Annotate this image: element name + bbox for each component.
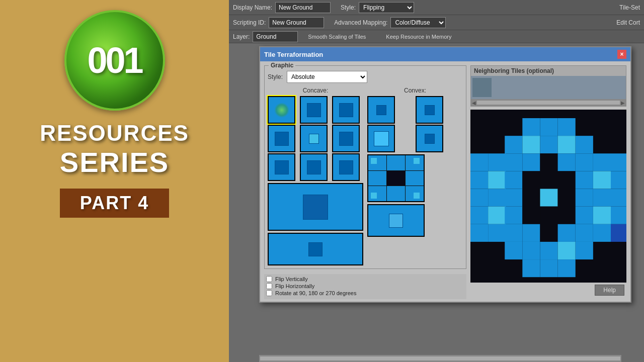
svg-rect-47 — [611, 189, 626, 207]
keep-resource-label: Keep Resource in Memory — [386, 34, 451, 40]
rotate-label: Rotate at 90, 180 or 270 degrees — [275, 290, 356, 296]
svg-rect-25 — [540, 153, 557, 171]
svg-rect-33 — [522, 171, 540, 189]
scroll-track[interactable] — [477, 101, 620, 105]
display-name-label: Display Name: — [233, 4, 272, 11]
neighboring-header: Neighboring Tiles (optional) — [471, 66, 626, 76]
svg-rect-57 — [470, 224, 488, 242]
tile-cell-bottom[interactable] — [268, 233, 363, 265]
svg-rect-61 — [540, 224, 557, 242]
convex-2x2-grid[interactable] — [367, 96, 463, 152]
concave-3x3-grid[interactable] — [268, 96, 363, 181]
tile-cell[interactable] — [300, 96, 328, 124]
svg-rect-68 — [540, 242, 557, 259]
tile-cell-convex-bottom[interactable] — [367, 204, 425, 237]
svg-rect-41 — [505, 189, 522, 207]
svg-rect-18 — [540, 136, 557, 153]
tile-cell[interactable] — [332, 153, 360, 181]
display-name-field: Display Name: — [233, 2, 331, 13]
svg-rect-28 — [593, 153, 611, 171]
svg-rect-5 — [406, 171, 424, 186]
tile-cell[interactable] — [416, 125, 443, 152]
main-scroll-track[interactable] — [260, 356, 620, 360]
adv-mapping-select[interactable]: Color/Diffuse — [390, 17, 446, 28]
scroll-left-arrow[interactable]: ◀ — [472, 100, 476, 106]
graphic-style-select[interactable]: Absolute — [287, 71, 367, 83]
large-tile-preview — [470, 110, 626, 283]
tile-cell[interactable] — [367, 96, 395, 124]
flip-horizontally-checkbox[interactable] — [266, 283, 272, 289]
tile-cell[interactable] — [300, 125, 328, 152]
resources-label: RESOURCES — [40, 121, 189, 146]
svg-rect-53 — [558, 207, 576, 224]
neighboring-scrollbar[interactable]: ◀ ▶ — [471, 99, 626, 106]
svg-rect-21 — [470, 153, 488, 171]
svg-rect-52 — [540, 207, 557, 224]
tile-cell[interactable] — [300, 153, 328, 181]
svg-rect-35 — [558, 171, 576, 189]
svg-rect-59 — [505, 224, 522, 242]
left-panel: 001 RESOURCES SERIES PART 4 — [0, 0, 229, 362]
adv-mapping-label: Advanced Mapping: — [334, 19, 387, 26]
flip-horizontally-row[interactable]: Flip Horizontally — [266, 283, 464, 289]
svg-rect-48 — [470, 207, 488, 224]
graphic-style-row: Style: Absolute — [268, 71, 463, 83]
series-label: SERIES — [60, 146, 169, 178]
concave-header: Concave: — [268, 87, 363, 94]
svg-rect-56 — [611, 207, 626, 224]
svg-rect-4 — [387, 171, 405, 186]
svg-rect-17 — [522, 136, 540, 153]
tile-cell-large[interactable] — [268, 183, 363, 231]
graphic-style-label: Style: — [268, 73, 283, 80]
display-name-input[interactable] — [275, 2, 331, 13]
tile-cell[interactable] — [416, 96, 443, 124]
svg-rect-22 — [488, 153, 506, 171]
svg-rect-65 — [611, 224, 626, 242]
svg-rect-15 — [558, 118, 576, 136]
svg-rect-69 — [558, 242, 576, 259]
tile-cell[interactable] — [268, 125, 295, 152]
tile-cell[interactable] — [332, 125, 360, 152]
tile-cell[interactable] — [367, 125, 395, 152]
svg-rect-54 — [576, 207, 593, 224]
svg-rect-73 — [558, 259, 576, 277]
svg-rect-40 — [488, 189, 506, 207]
svg-rect-63 — [576, 224, 593, 242]
style-select[interactable]: Flipping — [359, 2, 414, 13]
toolbar-row2: Scripting ID: Advanced Mapping: Color/Di… — [229, 15, 644, 30]
tile-cell[interactable] — [268, 153, 295, 181]
scroll-right-arrow[interactable]: ▶ — [621, 100, 625, 106]
svg-rect-39 — [470, 189, 488, 207]
svg-rect-60 — [522, 224, 540, 242]
main-scrollbar[interactable] — [259, 355, 621, 362]
tile-cell-cross[interactable] — [367, 154, 425, 202]
svg-rect-62 — [558, 224, 576, 242]
concave-column: Concave: — [268, 87, 363, 265]
layer-label: Layer: — [233, 33, 250, 40]
svg-rect-7 — [387, 186, 405, 201]
flip-vertically-checkbox[interactable] — [266, 276, 272, 282]
svg-rect-70 — [576, 242, 593, 259]
flip-vertically-row[interactable]: Flip Vertically — [266, 276, 464, 282]
scripting-id-label: Scripting ID: — [233, 19, 266, 26]
dialog-close-button[interactable]: × — [617, 50, 626, 59]
svg-rect-58 — [488, 224, 506, 242]
scripting-id-field: Scripting ID: — [233, 17, 324, 28]
svg-rect-19 — [558, 136, 576, 153]
rotate-row[interactable]: Rotate at 90, 180 or 270 degrees — [266, 290, 464, 296]
svg-rect-45 — [576, 189, 593, 207]
toolbar-row1: Display Name: Style: Flipping Tile-Set — [229, 0, 644, 15]
svg-rect-34 — [540, 171, 557, 189]
svg-rect-66 — [505, 242, 522, 259]
scripting-id-input[interactable] — [269, 17, 324, 28]
svg-rect-64 — [593, 224, 611, 242]
graphic-section: Graphic Style: Absolute — [264, 65, 466, 269]
tile-cell[interactable] — [332, 96, 360, 124]
style-field: Style: Flipping — [341, 2, 414, 13]
rotate-checkbox[interactable] — [266, 290, 272, 296]
help-button[interactable]: Help — [595, 285, 624, 296]
tile-cell[interactable] — [268, 96, 295, 124]
layer-input[interactable] — [253, 31, 298, 42]
svg-rect-23 — [505, 153, 522, 171]
tile-terraformation-dialog[interactable]: Tile Terraformation × Graphic Style: — [259, 46, 631, 303]
